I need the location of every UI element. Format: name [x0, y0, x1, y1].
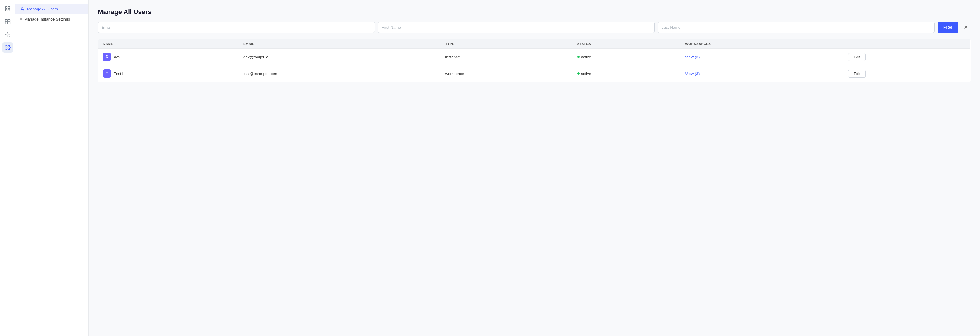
col-status: STATUS	[573, 39, 681, 49]
sidebar-item-label: Manage All Users	[27, 7, 58, 11]
svg-rect-6	[5, 22, 7, 24]
user-name-cell: D dev	[98, 49, 239, 65]
last-name-input[interactable]	[658, 22, 935, 33]
table-row: T Test1 test@example.com workspace activ…	[98, 65, 970, 82]
sidebar-item-label: Manage Instance Settings	[24, 17, 70, 21]
filter-button[interactable]: Filter	[937, 22, 958, 33]
user-status-cell: active	[573, 65, 681, 82]
svg-rect-4	[5, 20, 7, 22]
clear-filter-button[interactable]: ✕	[961, 22, 970, 32]
col-type: TYPE	[441, 39, 572, 49]
user-name: Test1	[114, 72, 123, 76]
view-workspaces-link[interactable]: View (3)	[685, 55, 700, 59]
page-title: Manage All Users	[98, 8, 970, 16]
user-status-cell: active	[573, 49, 681, 65]
close-icon: ✕	[964, 24, 968, 30]
user-workspaces-cell: View (3)	[681, 65, 843, 82]
user-email-cell: dev@tooljet.io	[239, 49, 441, 65]
svg-rect-1	[8, 7, 10, 8]
apps-nav-icon[interactable]	[2, 3, 13, 14]
user-name: dev	[114, 55, 121, 59]
avatar: T	[103, 70, 111, 78]
table-header-row: NAME EMAIL TYPE STATUS WORKSAPCES	[98, 39, 970, 49]
icon-sidebar	[0, 0, 15, 336]
edit-user-button[interactable]: Edit	[848, 53, 866, 61]
email-input[interactable]	[98, 22, 375, 33]
nav-sidebar: Manage All Users Manage Instance Setting…	[15, 0, 89, 336]
main-content: Manage All Users Filter ✕ NAME EMAIL TYP…	[89, 0, 980, 336]
status-dot-icon	[578, 56, 580, 58]
user-actions-cell: Edit	[843, 65, 970, 82]
admin-nav-icon[interactable]	[2, 42, 13, 53]
svg-point-8	[7, 34, 8, 35]
col-email: EMAIL	[239, 39, 441, 49]
user-email-cell: test@example.com	[239, 65, 441, 82]
col-name: NAME	[98, 39, 239, 49]
user-workspaces-cell: View (3)	[681, 49, 843, 65]
edit-user-button[interactable]: Edit	[848, 70, 866, 78]
user-type-cell: instance	[441, 49, 572, 65]
users-table: NAME EMAIL TYPE STATUS WORKSAPCES D dev …	[98, 39, 970, 82]
components-nav-icon[interactable]	[2, 16, 13, 27]
svg-rect-7	[8, 22, 10, 24]
user-actions-cell: Edit	[843, 49, 970, 65]
svg-rect-2	[5, 10, 7, 11]
svg-rect-5	[8, 20, 10, 22]
user-name-cell: T Test1	[98, 65, 239, 82]
first-name-input[interactable]	[378, 22, 655, 33]
col-actions	[843, 39, 970, 49]
status-badge: active	[578, 72, 591, 76]
svg-point-10	[22, 7, 23, 8]
user-type-cell: workspace	[441, 65, 572, 82]
filter-bar: Filter ✕	[98, 22, 970, 33]
dot-icon	[20, 18, 22, 20]
status-dot-icon	[578, 72, 580, 75]
sidebar-item-manage-all-users[interactable]: Manage All Users	[15, 3, 88, 14]
table-row: D dev dev@tooljet.io instance active Vie…	[98, 49, 970, 65]
svg-point-9	[7, 47, 8, 48]
svg-rect-0	[5, 7, 7, 8]
col-workspaces: WORKSAPCES	[681, 39, 843, 49]
status-badge: active	[578, 55, 591, 59]
settings-nav-icon[interactable]	[2, 29, 13, 40]
avatar: D	[103, 53, 111, 61]
sidebar-item-manage-instance-settings[interactable]: Manage Instance Settings	[15, 14, 88, 24]
svg-rect-3	[8, 10, 10, 11]
view-workspaces-link[interactable]: View (3)	[685, 72, 700, 76]
user-icon	[20, 6, 25, 11]
